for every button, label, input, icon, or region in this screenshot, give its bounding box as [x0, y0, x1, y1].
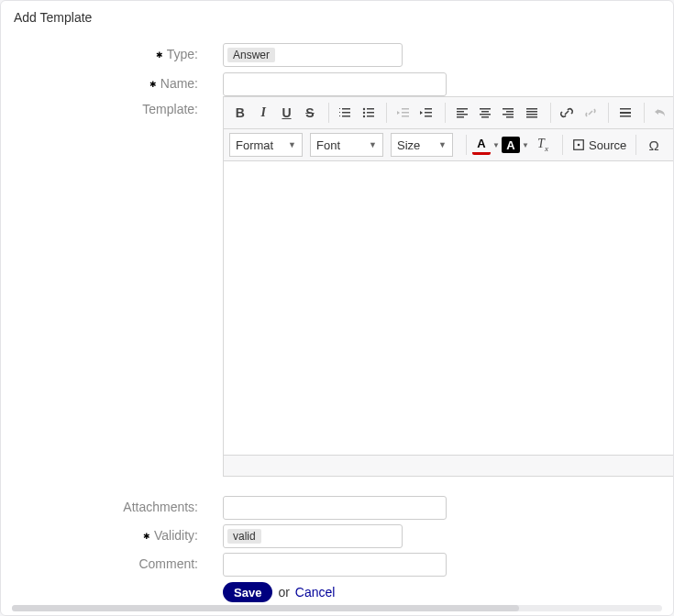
comment-field[interactable]: [223, 553, 447, 577]
editor-toolbar-row2: Format ▼ Font ▼ Size ▼ A ▼ A ▼ Tx: [224, 129, 673, 161]
separator: [644, 103, 645, 123]
editor-statusbar: [224, 455, 673, 476]
link-button[interactable]: [557, 101, 578, 125]
label-template: Template:: [1, 102, 198, 116]
align-justify-button[interactable]: [521, 101, 542, 125]
type-value: Answer: [227, 48, 275, 62]
omega-icon: Ω: [649, 138, 659, 153]
template-editor: B I U S: [223, 96, 673, 477]
separator: [445, 103, 446, 123]
chevron-down-icon: ▼: [438, 140, 447, 149]
size-dropdown-label: Size: [397, 138, 420, 152]
editor-textarea[interactable]: [224, 161, 673, 455]
separator: [466, 135, 467, 155]
size-dropdown[interactable]: Size ▼: [391, 133, 453, 157]
svg-point-0: [362, 108, 364, 110]
indent-icon: [419, 105, 434, 120]
ordered-list-button[interactable]: [335, 101, 356, 125]
text-color-button[interactable]: A ▼: [472, 133, 500, 157]
cancel-link[interactable]: Cancel: [295, 585, 336, 600]
outdent-icon: [396, 105, 411, 120]
align-right-button[interactable]: [498, 101, 519, 125]
horizontal-rule-icon: [618, 105, 633, 120]
bg-color-button[interactable]: A ▼: [502, 133, 529, 157]
chevron-down-icon: ▼: [492, 141, 500, 149]
or-text: or: [278, 585, 289, 600]
separator: [386, 103, 387, 123]
svg-point-4: [578, 144, 580, 147]
undo-icon: [653, 105, 668, 120]
link-icon: [559, 105, 574, 120]
scrollbar-thumb[interactable]: [12, 605, 519, 611]
add-template-panel: Add Template Type: Name: Template: Attac…: [0, 0, 674, 616]
undo-button[interactable]: [650, 101, 671, 125]
align-left-button[interactable]: [451, 101, 472, 125]
svg-point-2: [362, 116, 364, 117]
attachments-field[interactable]: [223, 496, 447, 520]
align-center-icon: [478, 105, 492, 120]
indent-button[interactable]: [416, 101, 437, 125]
separator: [328, 103, 329, 123]
special-char-button[interactable]: Ω: [642, 133, 666, 157]
source-icon: [572, 138, 585, 151]
form-actions: Save or Cancel: [223, 582, 335, 602]
label-validity: Validity:: [1, 528, 198, 543]
separator: [635, 135, 636, 155]
label-comment: Comment:: [1, 556, 198, 571]
align-left-icon: [455, 105, 470, 120]
unordered-list-button[interactable]: [358, 101, 379, 125]
underline-button[interactable]: U: [276, 101, 297, 125]
align-right-icon: [501, 105, 515, 120]
remove-format-button[interactable]: Tx: [531, 133, 555, 157]
label-type: Type:: [1, 47, 198, 61]
italic-button[interactable]: I: [252, 101, 273, 125]
unlink-button[interactable]: [580, 101, 601, 125]
align-center-button[interactable]: [474, 101, 495, 125]
unlink-icon: [583, 105, 598, 120]
source-button[interactable]: Source: [569, 138, 630, 152]
chevron-down-icon: ▼: [369, 140, 377, 149]
outdent-button[interactable]: [392, 101, 414, 125]
validity-select[interactable]: valid: [223, 524, 403, 548]
chevron-down-icon: ▼: [288, 140, 296, 149]
page-title: Add Template: [14, 10, 92, 25]
remove-format-icon: Tx: [537, 137, 548, 153]
format-dropdown-label: Format: [236, 138, 273, 152]
label-name: Name:: [1, 76, 198, 91]
chevron-down-icon: ▼: [522, 141, 529, 149]
bold-button[interactable]: B: [229, 101, 250, 125]
separator: [562, 135, 563, 155]
source-button-label: Source: [589, 138, 626, 152]
align-justify-icon: [525, 105, 539, 120]
text-color-icon: A: [472, 136, 491, 155]
separator: [608, 103, 609, 123]
unordered-list-icon: [361, 105, 376, 120]
separator: [550, 103, 551, 123]
type-select[interactable]: Answer: [223, 43, 403, 67]
svg-point-1: [362, 112, 364, 114]
name-field[interactable]: [223, 72, 447, 96]
format-dropdown[interactable]: Format ▼: [229, 133, 303, 157]
horizontal-scrollbar[interactable]: [12, 605, 662, 611]
editor-toolbar-row1: B I U S: [224, 97, 673, 129]
font-dropdown-label: Font: [316, 138, 340, 152]
validity-value: valid: [227, 529, 261, 544]
label-attachments: Attachments:: [1, 500, 198, 514]
ordered-list-icon: [337, 105, 352, 120]
bg-color-icon: A: [502, 137, 520, 153]
font-dropdown[interactable]: Font ▼: [310, 133, 383, 157]
strike-button[interactable]: S: [299, 101, 320, 125]
horizontal-rule-button[interactable]: [614, 101, 635, 125]
save-button[interactable]: Save: [223, 582, 272, 602]
